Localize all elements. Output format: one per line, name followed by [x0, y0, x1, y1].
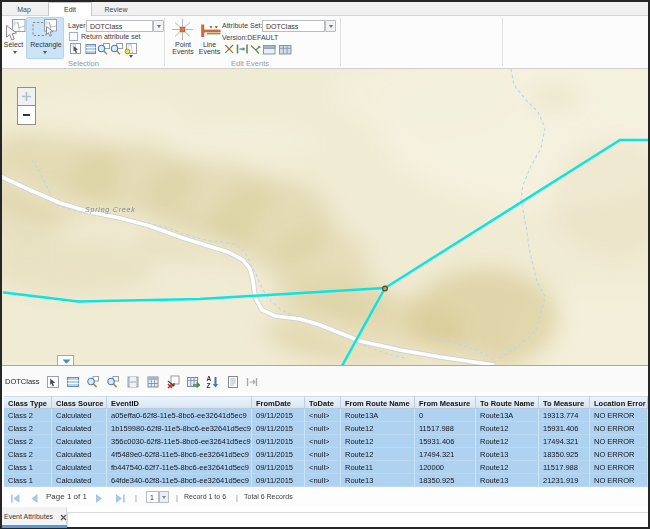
- svg-text:Spring Creek: Spring Creek: [85, 206, 135, 214]
- svg-text:A: A: [207, 375, 212, 382]
- svg-text:Z: Z: [207, 382, 211, 389]
